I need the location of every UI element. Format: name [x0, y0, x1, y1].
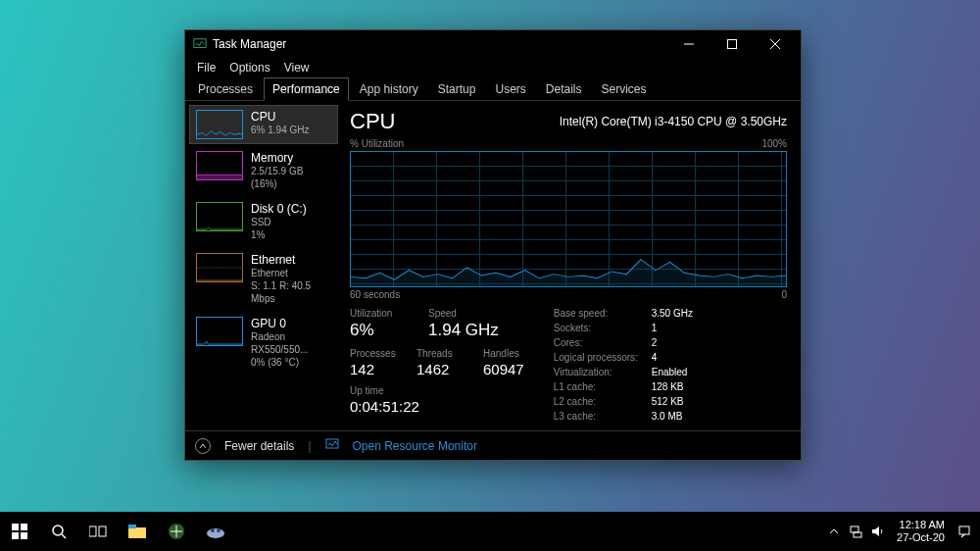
- fewer-details-link[interactable]: Fewer details: [224, 439, 294, 453]
- label-uptime: Up time: [350, 385, 383, 396]
- taskbar-date: 27-Oct-20: [897, 531, 945, 544]
- network-icon[interactable]: [848, 524, 863, 539]
- menu-options[interactable]: Options: [223, 59, 275, 76]
- v-l1: 128 KB: [652, 381, 693, 393]
- sidebar-item-memory[interactable]: Memory 2.5/15.9 GB (16%): [189, 146, 338, 195]
- task-view-button[interactable]: [78, 512, 118, 551]
- svg-rect-17: [128, 527, 146, 538]
- svg-rect-5: [197, 175, 242, 179]
- resource-monitor-icon[interactable]: [325, 437, 339, 454]
- app-button-2[interactable]: [196, 512, 235, 551]
- close-button[interactable]: [754, 30, 797, 58]
- label-utilization: Utilization: [350, 308, 409, 319]
- sidebar-gpu-sub2: 0% (36 °C): [251, 356, 331, 369]
- tab-startup[interactable]: Startup: [429, 77, 485, 100]
- main-heading: CPU: [350, 109, 395, 134]
- app-icon: [193, 37, 207, 51]
- window-footer: Fewer details | Open Resource Monitor: [185, 430, 801, 460]
- taskbar: 12:18 AM 27-Oct-20: [0, 512, 980, 551]
- svg-marker-25: [872, 526, 879, 536]
- svg-rect-26: [959, 526, 969, 534]
- k-cores: Cores:: [554, 337, 652, 349]
- svg-rect-23: [851, 526, 858, 532]
- k-sockets: Sockets:: [554, 323, 652, 334]
- axis-bottom-right: 0: [781, 289, 787, 300]
- app-button-1[interactable]: [157, 512, 196, 551]
- axis-top-left: % Utilization: [350, 138, 404, 149]
- memory-mini-graph: [196, 151, 243, 180]
- file-explorer-button[interactable]: [118, 512, 157, 551]
- svg-rect-10: [21, 524, 27, 530]
- sidebar-ethernet-title: Ethernet: [251, 253, 331, 267]
- tray-overflow-icon[interactable]: [826, 524, 842, 539]
- v-logical: 4: [652, 352, 693, 364]
- svg-rect-18: [128, 525, 136, 528]
- cpu-mini-graph: [196, 110, 243, 139]
- tab-details[interactable]: Details: [537, 77, 591, 100]
- task-manager-window: Task Manager File Options View Processes…: [184, 29, 802, 461]
- k-virt: Virtualization:: [554, 367, 652, 378]
- tab-app-history[interactable]: App history: [351, 77, 427, 100]
- sidebar-memory-sub: 2.5/15.9 GB (16%): [251, 165, 331, 190]
- minimize-button[interactable]: [667, 30, 710, 58]
- sidebar-disk-title: Disk 0 (C:): [251, 202, 307, 216]
- svg-rect-11: [12, 532, 19, 539]
- taskbar-time: 12:18 AM: [897, 519, 945, 531]
- svg-line-14: [62, 534, 66, 538]
- label-handles: Handles: [483, 348, 519, 359]
- sidebar-item-ethernet[interactable]: Ethernet Ethernet S: 1.1 R: 40.5 Mbps: [189, 248, 338, 310]
- menu-view[interactable]: View: [278, 59, 316, 76]
- svg-rect-12: [21, 532, 27, 539]
- taskbar-clock[interactable]: 12:18 AM 27-Oct-20: [897, 519, 945, 544]
- sidebar-ethernet-sub2: S: 1.1 R: 40.5 Mbps: [251, 279, 331, 305]
- label-processes: Processes: [350, 348, 397, 359]
- value-threads: 1462: [416, 361, 464, 377]
- svg-rect-24: [854, 532, 861, 537]
- sidebar-cpu-title: CPU: [251, 110, 309, 124]
- menu-file[interactable]: File: [191, 59, 221, 76]
- notifications-icon[interactable]: [956, 524, 972, 539]
- ethernet-mini-graph: [196, 253, 243, 282]
- label-threads: Threads: [416, 348, 464, 359]
- svg-rect-16: [99, 526, 106, 536]
- v-cores: 2: [652, 337, 693, 349]
- k-l2: L2 cache:: [554, 396, 652, 408]
- svg-rect-0: [194, 39, 206, 48]
- value-utilization: 6%: [350, 321, 409, 340]
- svg-rect-9: [12, 524, 19, 530]
- k-l3: L3 cache:: [554, 411, 652, 423]
- sidebar-item-gpu[interactable]: GPU 0 Radeon RX550/550... 0% (36 °C): [189, 312, 338, 374]
- start-button[interactable]: [0, 512, 39, 551]
- menu-bar: File Options View: [185, 58, 801, 77]
- stats-right: Base speed:3.50 GHz Sockets:1 Cores:2 Lo…: [554, 308, 693, 423]
- tab-bar: Processes Performance App history Startu…: [185, 77, 801, 101]
- open-resource-monitor-link[interactable]: Open Resource Monitor: [353, 439, 477, 453]
- maximize-button[interactable]: [710, 30, 754, 58]
- stats-left: Utilization Speed 6% 1.94 GHz Processes …: [350, 308, 524, 423]
- k-l1: L1 cache:: [554, 381, 652, 393]
- label-speed: Speed: [428, 308, 457, 319]
- axis-bottom-left: 60 seconds: [350, 289, 400, 300]
- tab-users[interactable]: Users: [486, 77, 534, 100]
- sidebar-disk-sub1: SSD: [251, 216, 307, 228]
- separator: |: [308, 439, 311, 453]
- sidebar-ethernet-sub1: Ethernet: [251, 267, 331, 279]
- chevron-up-icon[interactable]: [195, 438, 211, 454]
- sidebar-item-cpu[interactable]: CPU 6% 1.94 GHz: [189, 105, 338, 144]
- tab-performance[interactable]: Performance: [264, 77, 349, 101]
- cpu-utilization-graph[interactable]: [350, 151, 787, 287]
- titlebar[interactable]: Task Manager: [185, 30, 801, 58]
- sidebar-cpu-sub: 6% 1.94 GHz: [251, 124, 309, 136]
- v-l2: 512 KB: [652, 396, 693, 408]
- sidebar-item-disk[interactable]: Disk 0 (C:) SSD 1%: [189, 197, 338, 246]
- v-l3: 3.0 MB: [652, 411, 693, 423]
- tab-processes[interactable]: Processes: [189, 77, 262, 100]
- volume-icon[interactable]: [869, 524, 885, 539]
- search-button[interactable]: [39, 512, 78, 551]
- k-base-speed: Base speed:: [554, 308, 652, 320]
- v-base-speed: 3.50 GHz: [652, 308, 693, 320]
- tab-services[interactable]: Services: [593, 77, 656, 100]
- axis-top-right: 100%: [761, 138, 787, 149]
- v-sockets: 1: [652, 323, 693, 334]
- sidebar-disk-sub2: 1%: [251, 228, 307, 241]
